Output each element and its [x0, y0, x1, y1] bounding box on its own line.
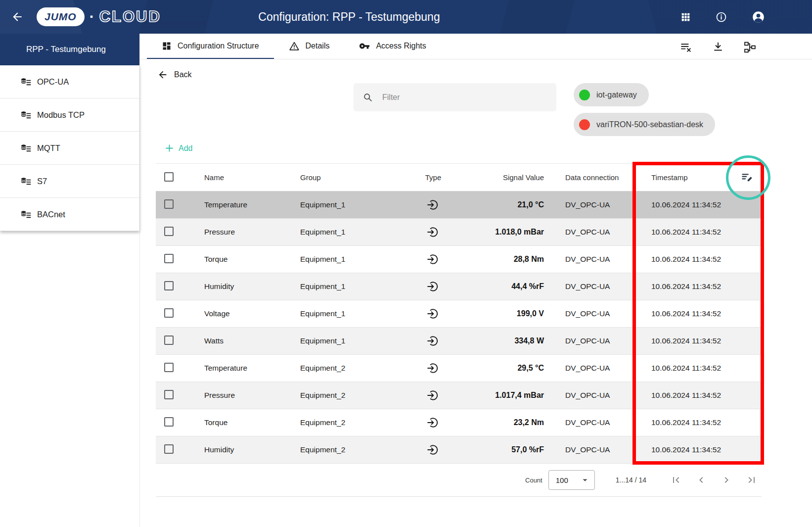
hierarchy-icon[interactable] [744, 41, 756, 53]
edit-columns-icon[interactable] [741, 171, 754, 184]
input-signal-type-icon [427, 362, 440, 375]
table-row[interactable]: Pressure Equipment_2 1.017,4 mBar DV_OPC… [156, 382, 762, 409]
header-type: Type [404, 173, 462, 182]
tab-access-rights[interactable]: Access Rights [344, 34, 441, 59]
row-checkbox[interactable] [164, 254, 174, 263]
sidebar-item[interactable]: Modbus TCP [0, 98, 139, 132]
download-icon[interactable] [712, 41, 724, 53]
input-signal-type-icon [427, 307, 440, 320]
back-arrow-icon[interactable] [11, 10, 24, 23]
cell-timestamp: 10.06.2024 11:34:52 [645, 336, 733, 345]
table-row[interactable]: Torque Equipment_2 23,2 Nm DV_OPC-UA 10.… [156, 409, 762, 436]
header-name: Name [204, 173, 300, 182]
row-checkbox[interactable] [164, 444, 174, 454]
device-chip-label: variTRON-500-sebastian-desk [596, 120, 703, 129]
device-chip[interactable]: variTRON-500-sebastian-desk [574, 113, 715, 136]
table-body: Temperature Equipment_1 21,0 °C DV_OPC-U… [156, 192, 762, 464]
cell-signal-value: 44,4 %rF [462, 282, 549, 291]
cell-name: Torque [204, 255, 300, 264]
table-row[interactable]: Humidity Equipment_1 44,4 %rF DV_OPC-UA … [156, 273, 762, 300]
cell-signal-value: 334,8 W [462, 336, 549, 345]
input-signal-type-icon [427, 280, 440, 293]
account-icon[interactable] [752, 10, 765, 24]
table-row[interactable]: Torque Equipment_1 28,8 Nm DV_OPC-UA 10.… [156, 246, 762, 273]
main-content: Configuration Structure Details Access R… [140, 34, 812, 527]
cell-group: Equipment_1 [300, 336, 404, 345]
cell-name: Humidity [204, 445, 300, 454]
row-checkbox[interactable] [164, 390, 174, 399]
cell-signal-value: 57,0 %rF [462, 445, 549, 454]
count-select[interactable]: 100 [548, 470, 595, 490]
content-toolbar [680, 41, 756, 53]
row-checkbox[interactable] [164, 417, 174, 427]
table-footer: Count 100 1...14 / 14 [156, 464, 762, 497]
next-page-button[interactable] [721, 474, 732, 486]
tab-configuration-structure[interactable]: Configuration Structure [147, 34, 274, 59]
apps-grid-icon[interactable] [680, 12, 691, 22]
dashboard-icon [162, 41, 172, 51]
sidebar-item[interactable]: OPC-UA [0, 65, 139, 98]
cell-name: Humidity [204, 282, 300, 291]
cell-group: Equipment_1 [300, 228, 404, 237]
cell-data-connection: DV_OPC-UA [549, 336, 645, 345]
table-row[interactable]: Temperature Equipment_1 21,0 °C DV_OPC-U… [156, 192, 762, 219]
device-chip[interactable]: iot-gateway [574, 83, 649, 106]
back-button[interactable]: Back [157, 69, 192, 80]
sidebar-list: OPC-UA Modbus TCP [0, 65, 139, 231]
tab-label: Configuration Structure [178, 42, 259, 50]
cell-data-connection: DV_OPC-UA [549, 282, 645, 291]
row-checkbox[interactable] [164, 363, 174, 372]
database-list-icon [20, 76, 31, 88]
row-checkbox[interactable] [164, 281, 174, 290]
table-row[interactable]: Humidity Equipment_2 57,0 %rF DV_OPC-UA … [156, 436, 762, 464]
last-page-button[interactable] [746, 474, 758, 486]
cell-timestamp: 10.06.2024 11:34:52 [645, 309, 733, 318]
cell-signal-value: 23,2 Nm [462, 418, 549, 427]
input-signal-type-icon [427, 335, 440, 347]
sidebar-item[interactable]: S7 [0, 165, 139, 198]
sidebar-item[interactable]: BACnet [0, 198, 139, 231]
row-checkbox[interactable] [164, 227, 174, 236]
cell-data-connection: DV_OPC-UA [549, 418, 645, 427]
signals-table: Name Group Type Signal Value Data connec… [156, 163, 762, 497]
warning-triangle-icon [289, 41, 300, 51]
info-icon[interactable] [716, 11, 727, 23]
header-timestamp: Timestamp [645, 173, 733, 182]
back-arrow-icon [157, 69, 168, 80]
back-label: Back [174, 70, 192, 79]
cell-signal-value: 1.017,4 mBar [462, 391, 549, 400]
topbar: JUMO · CLOUD Configuration: RPP - Testum… [0, 0, 812, 34]
remove-filters-icon[interactable] [680, 41, 692, 53]
input-signal-type-icon [427, 443, 440, 456]
cell-group: Equipment_2 [300, 391, 404, 400]
cell-group: Equipment_2 [300, 418, 404, 427]
first-page-button[interactable] [670, 474, 682, 486]
previous-page-button[interactable] [695, 474, 707, 486]
add-button[interactable]: Add [165, 144, 192, 153]
cell-name: Pressure [204, 228, 300, 237]
tab-details[interactable]: Details [274, 34, 345, 59]
row-checkbox[interactable] [164, 335, 174, 345]
cell-group: Equipment_1 [300, 200, 404, 209]
pagination-range: 1...14 / 14 [616, 476, 646, 484]
cell-data-connection: DV_OPC-UA [549, 445, 645, 454]
sidebar-item-label: Modbus TCP [37, 110, 85, 120]
tab-label: Access Rights [376, 42, 426, 50]
filter-input[interactable] [381, 93, 547, 102]
sidebar-item-label: MQTT [37, 144, 60, 153]
table-row[interactable]: Temperature Equipment_2 29,5 °C DV_OPC-U… [156, 355, 762, 382]
cell-name: Torque [204, 418, 300, 427]
cell-data-connection: DV_OPC-UA [549, 228, 645, 237]
status-dot-icon [579, 90, 590, 100]
cell-group: Equipment_1 [300, 255, 404, 264]
select-all-checkbox[interactable] [164, 172, 174, 182]
table-row[interactable]: Voltage Equipment_1 199,0 V DV_OPC-UA 10… [156, 300, 762, 328]
cell-name: Voltage [204, 309, 300, 318]
table-row[interactable]: Pressure Equipment_1 1.018,0 mBar DV_OPC… [156, 219, 762, 246]
row-checkbox[interactable] [164, 199, 174, 209]
table-row[interactable]: Watts Equipment_1 334,8 W DV_OPC-UA 10.0… [156, 328, 762, 355]
database-list-icon [20, 209, 31, 220]
row-checkbox[interactable] [164, 308, 174, 318]
add-label: Add [179, 144, 192, 153]
sidebar-item[interactable]: MQTT [0, 132, 139, 165]
